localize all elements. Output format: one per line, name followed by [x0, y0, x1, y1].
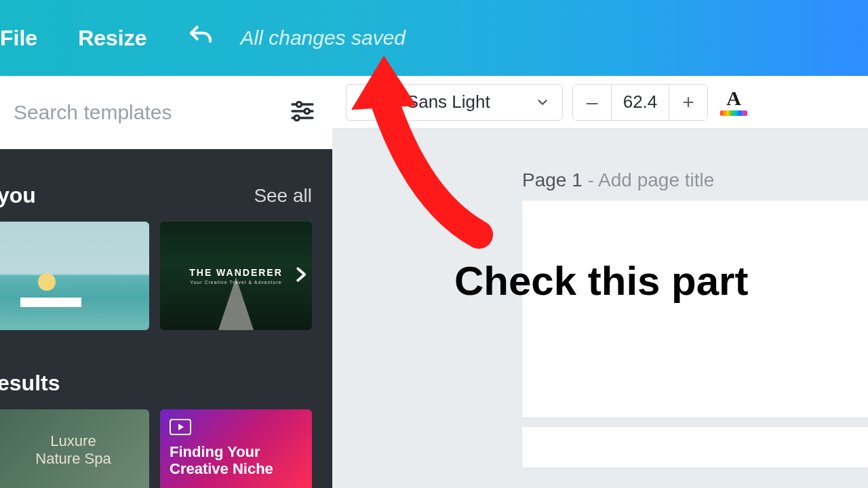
canvas-page[interactable] — [522, 427, 868, 468]
resize-menu[interactable]: Resize — [58, 26, 167, 51]
play-badge-icon — [170, 419, 191, 435]
next-button[interactable] — [290, 258, 311, 293]
search-input[interactable] — [14, 101, 282, 124]
template-thumb[interactable]: Luxure Nature Spa — [0, 409, 149, 488]
sun-icon — [38, 273, 56, 291]
font-size-stepper: – 62.4 + — [572, 84, 708, 121]
section-results-header: esults — [0, 330, 332, 409]
filter-button[interactable] — [289, 98, 316, 127]
increase-size-button[interactable]: + — [669, 85, 707, 120]
svg-point-1 — [296, 102, 301, 106]
search-row — [0, 76, 332, 149]
results-thumbs: Luxure Nature Spa Finding Your Creative … — [0, 409, 332, 488]
thumb-title: Luxure Nature Spa — [28, 426, 117, 475]
font-name: Open Sans Light — [359, 92, 490, 113]
font-size-value[interactable]: 62.4 — [611, 85, 669, 120]
decrease-size-button[interactable]: – — [573, 85, 611, 120]
canvas-area: Open Sans Light – 62.4 + A Page 1 - Add … — [332, 76, 868, 488]
template-thumb[interactable]: THE WANDERER Your Creative Travel & Adve… — [160, 222, 312, 330]
template-thumb[interactable]: Finding Your Creative Niche — [160, 409, 312, 488]
sliders-icon — [289, 98, 316, 125]
road-shape — [218, 277, 254, 330]
chevron-right-icon — [290, 258, 311, 291]
undo-icon — [186, 22, 215, 51]
thumb-title: Finding Your Creative Niche — [170, 443, 302, 478]
see-all-link[interactable]: See all — [254, 185, 312, 207]
thumb-text-bar — [20, 298, 81, 307]
svg-point-5 — [294, 115, 299, 120]
text-color-button[interactable]: A — [717, 84, 750, 121]
svg-point-3 — [304, 108, 309, 113]
text-color-icon: A — [726, 88, 741, 108]
font-dropdown[interactable]: Open Sans Light — [346, 84, 563, 121]
rainbow-swatch — [720, 110, 747, 116]
section-title: esults — [0, 371, 60, 396]
templates-panel: you See all THE WANDERER Your Creative T… — [0, 76, 332, 488]
page-title-field[interactable]: Page 1 - Add page title — [522, 169, 868, 191]
chevron-down-icon — [535, 95, 550, 110]
thumb-title: THE WANDERER Your Creative Travel & Adve… — [189, 267, 283, 285]
save-status: All changes saved — [241, 26, 406, 49]
text-toolbar: Open Sans Light – 62.4 + A — [332, 76, 868, 129]
section-title: you — [0, 183, 36, 208]
for-you-thumbs: THE WANDERER Your Creative Travel & Adve… — [0, 222, 332, 330]
file-menu[interactable]: File — [0, 26, 58, 51]
section-for-you-header: you See all — [0, 149, 332, 222]
template-thumb[interactable] — [0, 222, 149, 330]
undo-button[interactable] — [167, 22, 234, 54]
canvas-page[interactable] — [522, 201, 868, 418]
top-menubar: File Resize All changes saved — [0, 0, 868, 76]
